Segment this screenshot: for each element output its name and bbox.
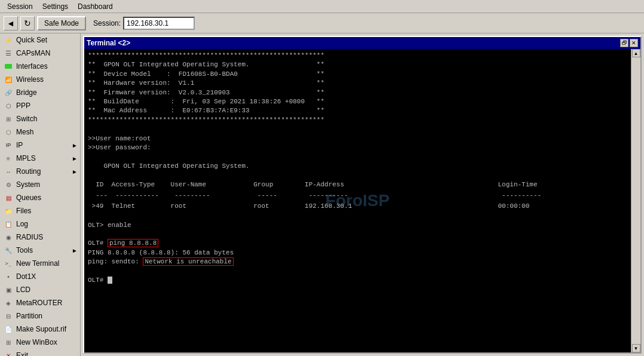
terminal-controls: 🗗 ✕ [620, 39, 638, 47]
sidebar-item-routing[interactable]: ↔ Routing ► [0, 165, 80, 178]
menu-bar: Session Settings Dashboard [0, 0, 644, 13]
sidebar-label-dot1x: Dot1X [16, 272, 36, 281]
terminal-titlebar: Terminal <2> 🗗 ✕ [84, 37, 640, 49]
prompt-user: >>User name:root [88, 134, 627, 143]
banner-line2: ** GPON OLT Integrated Operating System.… [88, 60, 627, 69]
sidebar-item-switch[interactable]: ⊞ Switch [0, 112, 80, 125]
sidebar-item-capsman[interactable]: ☰ CAPsMAN [0, 47, 80, 60]
menu-dashboard[interactable]: Dashboard [73, 1, 118, 12]
sidebar-item-mesh[interactable]: ⬡ Mesh [0, 125, 80, 139]
sidebar-label-ip: IP [16, 141, 23, 149]
blank6 [88, 267, 627, 276]
sidebar-item-lcd[interactable]: ▣ LCD [0, 283, 80, 296]
sidebar-item-ip[interactable]: IP IP ► [0, 139, 80, 152]
tools-icon: 🔧 [4, 245, 13, 255]
sidebar-item-ppp[interactable]: ⬡ PPP [0, 99, 80, 112]
sidebar-item-quick-set[interactable]: ⚡ Quick Set [0, 33, 80, 47]
sidebar-item-make-supout[interactable]: 📄 Make Supout.rif [0, 323, 80, 336]
table-header: ID Access-Type User-Name Group IP-Addres… [88, 180, 627, 191]
sidebar-item-dot1x[interactable]: • Dot1X [0, 270, 80, 283]
sidebar-label-partition: Partition [16, 312, 42, 320]
blank4 [88, 211, 627, 220]
sidebar-item-partition[interactable]: ⊟ Partition [0, 309, 80, 323]
terminal-restore-button[interactable]: 🗗 [620, 39, 628, 47]
sidebar-item-files[interactable]: 📁 Files [0, 204, 80, 217]
terminal-close-button[interactable]: ✕ [630, 39, 638, 47]
banner-line1: ****************************************… [88, 51, 627, 60]
sidebar-item-queues[interactable]: ▤ Queues [0, 191, 80, 204]
sidebar-item-bridge[interactable]: 🔗 Bridge [0, 86, 80, 99]
scroll-up-button[interactable]: ▲ [632, 49, 640, 57]
ping-output2: ping: sendto: Network is unreachable [88, 257, 627, 266]
ping-command: ping 8.8.8.8 [108, 239, 158, 247]
menu-session[interactable]: Session [2, 1, 38, 12]
mpls-arrow: ► [72, 155, 78, 162]
back-button[interactable]: ◄ [4, 16, 18, 30]
content-area: Terminal <2> 🗗 ✕ ForoISP ***************… [81, 33, 644, 356]
table-divider: --- ----------- --------- ----- --------… [88, 191, 627, 201]
sidebar-label-ppp: PPP [16, 102, 30, 110]
sidebar-label-make-supout: Make Supout.rif [16, 325, 66, 333]
sidebar-label-queues: Queues [16, 194, 41, 202]
sidebar-label-interfaces: Interfaces [16, 62, 48, 70]
make-supout-icon: 📄 [4, 324, 13, 334]
sidebar-label-quick-set: Quick Set [16, 36, 47, 44]
sidebar-item-radius[interactable]: ◉ RADIUS [0, 231, 80, 244]
sidebar-item-metarouter[interactable]: ◈ MetaROUTER [0, 296, 80, 309]
ip-arrow: ► [72, 142, 78, 149]
banner-line3: ** Device Model : FD1608S-B0-BDA0 ** [88, 70, 627, 79]
sidebar-label-wireless: Wireless [16, 75, 44, 84]
blank3 [88, 171, 627, 180]
terminal-body[interactable]: ForoISP ********************************… [84, 49, 631, 352]
new-winbox-icon: ⊞ [4, 337, 13, 347]
wireless-icon: 📶 [4, 75, 13, 84]
sidebar-item-new-winbox[interactable]: ⊞ New WinBox [0, 336, 80, 349]
system-icon: ⚙ [4, 180, 13, 189]
sidebar-label-lcd: LCD [16, 286, 30, 294]
sidebar-label-new-winbox: New WinBox [16, 338, 57, 346]
sidebar-label-log: Log [16, 220, 28, 228]
table-row: >49 Telnet root root 192.168.30.1 00:00:… [88, 201, 627, 212]
mesh-icon: ⬡ [4, 127, 13, 137]
exit-icon: ✕ [4, 351, 13, 356]
ip-icon: IP [4, 140, 13, 150]
prompt-pass: >>User password: [88, 143, 627, 152]
sidebar-item-exit[interactable]: ✕ Exit [0, 349, 80, 356]
banner-line6: ** BuildDate : Fri, 03 Sep 2021 18:38:26… [88, 97, 627, 106]
terminal-title: Terminal <2> [87, 39, 130, 47]
metarouter-icon: ◈ [4, 298, 13, 308]
tools-arrow: ► [72, 247, 78, 254]
session-input[interactable] [123, 17, 195, 30]
sidebar-item-log[interactable]: 📋 Log [0, 217, 80, 231]
sidebar-item-tools[interactable]: 🔧 Tools ► [0, 244, 80, 257]
sidebar-item-wireless[interactable]: 📶 Wireless [0, 73, 80, 86]
sidebar-item-system[interactable]: ⚙ System [0, 178, 80, 191]
sidebar-item-mpls[interactable]: ≡ MPLS ► [0, 152, 80, 165]
blank5 [88, 230, 627, 239]
terminal-with-scroll: ForoISP ********************************… [84, 49, 640, 352]
scroll-down-button[interactable]: ▼ [632, 344, 640, 352]
final-prompt: OLT# [88, 276, 627, 285]
banner-line8: ****************************************… [88, 116, 627, 125]
blank1 [88, 125, 627, 134]
menu-settings[interactable]: Settings [38, 1, 73, 12]
lcd-icon: ▣ [4, 285, 13, 294]
sidebar-item-interfaces[interactable]: Interfaces [0, 60, 80, 73]
sidebar-label-new-terminal: New Terminal [16, 259, 59, 268]
sidebar: ⚡ Quick Set ☰ CAPsMAN Interfaces 📶 Wirel… [0, 33, 81, 356]
sidebar-label-exit: Exit [16, 351, 28, 356]
scroll-track[interactable] [632, 57, 640, 344]
banner-line4: ** Hardware version: V1.1 ** [88, 79, 627, 88]
new-terminal-icon: >_ [4, 259, 13, 268]
safe-mode-button[interactable]: Safe Mode [37, 16, 86, 30]
gpon-title: GPON OLT Integrated Operating System. [88, 162, 627, 171]
capsman-icon: ☰ [4, 48, 13, 58]
sidebar-item-new-terminal[interactable]: >_ New Terminal [0, 257, 80, 270]
dot1x-icon: • [4, 272, 13, 281]
refresh-button[interactable]: ↻ [20, 16, 35, 30]
banner-line7: ** Mac Address : E0:67:B3:7A:E9:33 ** [88, 106, 627, 115]
enable-cmd: OLT> enable [88, 221, 627, 230]
queues-icon: ▤ [4, 193, 13, 202]
ppp-icon: ⬡ [4, 101, 13, 111]
blank2 [88, 152, 627, 161]
